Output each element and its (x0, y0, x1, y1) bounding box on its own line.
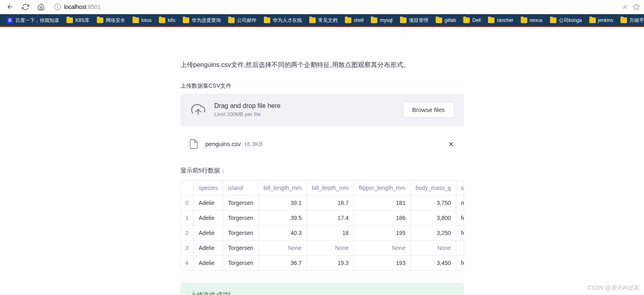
table-cell: 186 (354, 210, 411, 225)
bookmark-label: gitlab (445, 17, 456, 23)
table-row[interactable]: 2AdelieTorgersen40.3181953,250female2 (181, 225, 464, 240)
bookmark-label: Dell (472, 17, 481, 23)
folder-icon (463, 17, 470, 23)
browser-toolbar: i localhost:8501 A› (0, 0, 644, 14)
bookmark-label: K8S库 (75, 17, 90, 24)
column-header[interactable]: island (223, 181, 258, 196)
file-uploader[interactable]: Drag and drop file here Limit 200MB per … (180, 94, 464, 126)
column-header[interactable]: bill_depth_mm (307, 181, 354, 196)
table-cell: Adelie (194, 210, 223, 225)
table-cell: Adelie (194, 225, 223, 240)
bookmark-item[interactable]: 网络安全 (94, 15, 128, 26)
table-cell: 40.3 (259, 225, 307, 240)
bookmark-label: 升级平台 (629, 17, 644, 24)
read-aloud-icon[interactable]: A› (623, 3, 628, 11)
bookmark-label: k8s (168, 17, 175, 23)
table-cell: Adelie (194, 255, 223, 270)
bookmark-item[interactable]: 华为人才在线 (261, 15, 305, 26)
upload-limit-text: Limit 200MB per file (214, 111, 395, 117)
folder-icon (264, 17, 270, 23)
bookmark-item[interactable]: shell (342, 16, 367, 25)
table-cell: None (456, 240, 464, 255)
table-cell: 18.7 (307, 195, 354, 210)
bookmark-item[interactable]: k8s (156, 16, 179, 25)
bookmark-label: 百度一下，你就知道 (15, 17, 59, 24)
bookmark-item[interactable]: nexus (518, 16, 546, 25)
column-header[interactable]: bill_length_mm (259, 181, 307, 196)
folder-icon (183, 17, 189, 23)
browse-files-button[interactable]: Browse files (403, 102, 454, 118)
table-cell: 3,750 (411, 195, 456, 210)
uploaded-file-row: penguins.csv16.3KB (180, 134, 464, 155)
table-cell: 1 (181, 210, 194, 225)
bookmark-item[interactable]: K8S库 (63, 15, 93, 26)
column-header[interactable]: body_mass_g (411, 181, 456, 196)
arrow-left-icon (6, 3, 14, 11)
table-cell: female (456, 255, 464, 270)
table-cell: 39.5 (259, 210, 307, 225)
page-description: 上传penguins.csv文件,然后选择不同的两个企鹅特征,用散点图观察其分布… (180, 60, 464, 70)
table-row[interactable]: 1AdelieTorgersen39.517.41863,800female2 (181, 210, 464, 225)
file-icon (188, 138, 199, 151)
bookmark-item[interactable]: rancher (485, 16, 517, 25)
address-bar[interactable]: i localhost:8501 (50, 1, 610, 13)
bookmark-item[interactable]: gitlab (432, 16, 460, 25)
site-info-icon[interactable]: i (54, 4, 61, 10)
bookmark-label: 常见文档 (318, 17, 338, 24)
table-row[interactable]: 0AdelieTorgersen39.118.71813,750male2 (181, 195, 464, 210)
column-header[interactable]: flipper_length_mm (354, 181, 411, 196)
bookmark-item[interactable]: 公司konga (547, 15, 585, 26)
folder-icon (309, 17, 316, 23)
bookmark-label: lotus (141, 17, 152, 23)
bookmark-item[interactable]: 项目管理 (397, 15, 432, 26)
table-row[interactable]: 4AdelieTorgersen36.719.31933,450female2 (181, 255, 464, 270)
url-host: localhost (64, 4, 86, 10)
column-header[interactable]: sex (456, 181, 464, 196)
table-header-row: speciesislandbill_length_mmbill_depth_mm… (181, 181, 464, 196)
table-cell: Adelie (194, 195, 223, 210)
home-button[interactable] (35, 1, 47, 13)
bookmark-item[interactable]: jenkins (586, 16, 616, 25)
bookmark-item[interactable]: 常见文档 (306, 15, 341, 26)
bookmark-item[interactable]: 公司邮件 (225, 15, 260, 26)
bookmarks-bar: 百百度一下，你就知道K8S库网络安全lotusk8s华为进度查询公司邮件华为人才… (0, 14, 644, 27)
column-header[interactable]: species (194, 181, 223, 196)
bookmark-item[interactable]: Dell (460, 16, 484, 25)
table-cell: 181 (354, 195, 411, 210)
folder-icon (66, 17, 73, 23)
bookmark-label: mysql (380, 17, 392, 23)
table-cell: None (307, 240, 354, 255)
table-row[interactable]: 3AdelieTorgersenNoneNoneNoneNoneNone2 (181, 240, 464, 255)
refresh-button[interactable] (19, 1, 32, 13)
folder-icon (159, 17, 165, 23)
back-button[interactable] (4, 1, 16, 13)
cloud-upload-icon (190, 102, 206, 118)
table-cell: 36.7 (259, 255, 307, 270)
bookmark-item[interactable]: 百百度一下，你就知道 (3, 15, 62, 26)
column-header[interactable] (181, 181, 194, 196)
refresh-icon (22, 3, 29, 11)
uploader-label: 上传数据集CSV文件 (180, 82, 464, 90)
folder-icon (589, 17, 596, 23)
table-cell: Torgersen (223, 210, 258, 225)
data-preview-table[interactable]: speciesislandbill_length_mmbill_depth_mm… (180, 180, 464, 271)
table-cell: 195 (354, 225, 411, 240)
drag-drop-title: Drag and drop file here (214, 102, 395, 110)
table-body: 0AdelieTorgersen39.118.71813,750male21Ad… (181, 195, 464, 270)
bookmark-item[interactable]: mysql (368, 16, 396, 25)
remove-file-button[interactable] (446, 139, 456, 149)
table-cell: 3,800 (411, 210, 456, 225)
favorite-icon[interactable] (633, 3, 640, 11)
folder-icon (345, 17, 351, 23)
bookmark-item[interactable]: lotus (129, 16, 155, 25)
bookmark-item[interactable]: 华为进度查询 (180, 15, 224, 26)
close-icon (447, 140, 455, 148)
table-cell: None (259, 240, 307, 255)
table-cell: male (456, 195, 464, 210)
table-cell: 0 (181, 195, 194, 210)
url-port: :8501 (86, 4, 101, 10)
folder-icon (620, 17, 627, 23)
bookmark-item[interactable]: 升级平台 (617, 15, 644, 26)
table-cell: None (354, 240, 411, 255)
table-cell: female (456, 225, 464, 240)
